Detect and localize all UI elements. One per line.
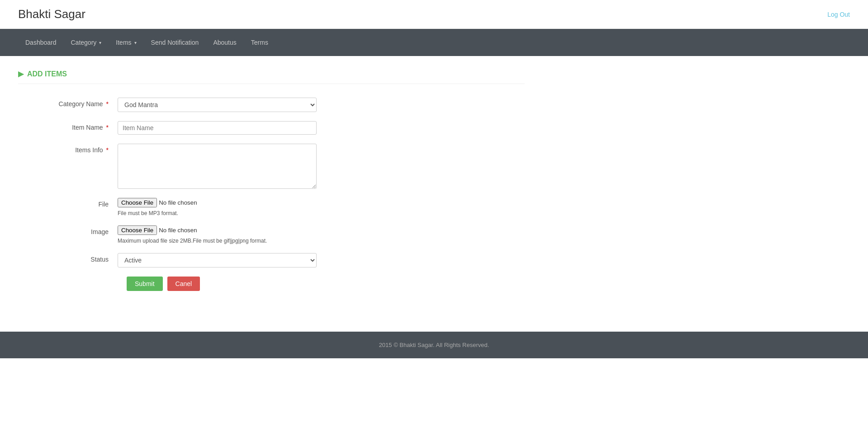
category-name-select[interactable]: God Mantra Bhajan Aarti Stotra <box>118 98 317 112</box>
chevron-down-icon: ▾ <box>99 40 101 45</box>
nav-item-category[interactable]: Category ▾ <box>64 29 109 56</box>
status-label: Status <box>45 253 118 263</box>
navbar: Dashboard Category ▾ Items ▾ Send Notifi… <box>0 29 868 56</box>
category-name-label: Category Name * <box>45 98 118 108</box>
item-name-group: Item Name * <box>45 121 525 135</box>
file-hint: File must be MP3 format. <box>118 210 232 216</box>
nav-item-items[interactable]: Items ▾ <box>109 29 143 56</box>
status-group: Status Active Inactive <box>45 253 525 267</box>
submit-button[interactable]: Submit <box>127 277 163 291</box>
footer: 2015 © Bhakti Sagar. All Rights Reserved… <box>0 332 868 358</box>
file-group: File File must be MP3 format. <box>45 198 525 216</box>
image-hint: Maximum upload file size 2MB.File must b… <box>118 238 267 244</box>
nav-item-send-notification[interactable]: Send Notification <box>144 29 206 56</box>
nav-item-dashboard[interactable]: Dashboard <box>18 29 64 56</box>
cancel-button[interactable]: Canel <box>167 277 200 291</box>
image-input[interactable] <box>118 225 232 235</box>
status-select[interactable]: Active Inactive <box>118 253 317 267</box>
page-heading: ▶ ADD ITEMS <box>18 70 525 84</box>
item-name-label: Item Name * <box>45 121 118 131</box>
items-info-textarea[interactable] <box>118 144 317 189</box>
image-label: Image <box>45 225 118 235</box>
file-input-group: File must be MP3 format. <box>118 198 232 216</box>
file-input[interactable] <box>118 198 232 207</box>
logout-link[interactable]: Log Out <box>827 11 850 18</box>
form-buttons: Submit Canel <box>127 277 525 291</box>
required-star: * <box>106 100 109 108</box>
nav-item-aboutus[interactable]: Aboutus <box>206 29 243 56</box>
add-items-form: Category Name * God Mantra Bhajan Aarti … <box>45 98 525 291</box>
required-star: * <box>106 146 109 154</box>
footer-text: 2015 © Bhakti Sagar. All Rights Reserved… <box>379 342 489 348</box>
file-row <box>118 198 232 207</box>
items-info-group: Items Info * <box>45 144 525 189</box>
chevron-down-icon: ▾ <box>134 40 137 45</box>
category-name-group: Category Name * God Mantra Bhajan Aarti … <box>45 98 525 112</box>
top-header: Bhakti Sagar Log Out <box>0 0 868 29</box>
image-row <box>118 225 267 235</box>
image-group: Image Maximum upload file size 2MB.File … <box>45 225 525 244</box>
file-label: File <box>45 198 118 208</box>
main-content: ▶ ADD ITEMS Category Name * God Mantra B… <box>0 56 543 305</box>
person-icon: ▶ <box>18 70 24 78</box>
required-star: * <box>106 124 109 131</box>
item-name-input[interactable] <box>118 121 317 135</box>
brand-title: Bhakti Sagar <box>18 7 85 21</box>
nav-item-terms[interactable]: Terms <box>244 29 275 56</box>
items-info-label: Items Info * <box>45 144 118 154</box>
image-input-group: Maximum upload file size 2MB.File must b… <box>118 225 267 244</box>
